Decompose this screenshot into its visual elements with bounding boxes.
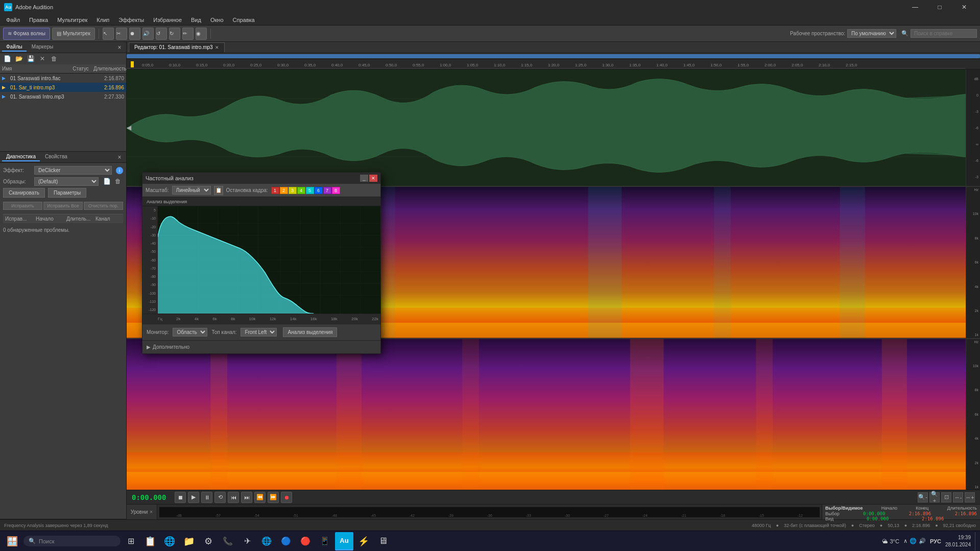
freq-scale-select[interactable]: Линейный <box>172 186 211 195</box>
maximize-button[interactable]: □ <box>928 0 951 14</box>
menu-effects[interactable]: Эффекты <box>114 16 148 24</box>
zoom-fit-btn[interactable]: ⊡ <box>941 492 951 502</box>
top-scrollbar[interactable] <box>127 53 980 59</box>
freeze-7[interactable]: 7 <box>323 187 331 194</box>
pb-stop[interactable]: ⏹ <box>175 492 186 503</box>
freq-icon-1[interactable]: 📋 <box>214 186 223 195</box>
freq-minimize-btn[interactable]: _ <box>360 175 368 182</box>
help-search-input[interactable] <box>911 29 977 38</box>
pb-rewind-start[interactable]: ⏮ <box>228 492 239 503</box>
clear-button[interactable]: Очистить пор. <box>84 202 123 210</box>
files-panel-close[interactable]: × <box>115 43 124 52</box>
tool-btn-4[interactable]: 🔊 <box>142 28 154 40</box>
tab-diagnostics[interactable]: Диагностика <box>2 153 40 161</box>
volume-icon[interactable]: 🔊 <box>919 538 926 544</box>
pb-rewind[interactable]: ⏪ <box>254 492 266 503</box>
freq-dialog-titlebar[interactable]: Частотный анализ _ ✕ <box>142 173 380 184</box>
taskbar-app-3[interactable]: 📁 <box>180 532 198 550</box>
menu-view[interactable]: Вид <box>187 16 205 24</box>
tab-properties[interactable]: Свойства <box>41 153 71 161</box>
analyze-btn[interactable]: Анализ выделения <box>283 327 337 337</box>
pb-loop[interactable]: ⟲ <box>214 492 226 503</box>
menu-help[interactable]: Справка <box>229 16 259 24</box>
pb-forward[interactable]: ⏩ <box>268 492 279 503</box>
file-item-1[interactable]: ▶ 01. Sar_ti intro.mp3 2:16.896 <box>0 83 126 92</box>
zoom-out-btn[interactable]: 🔍- <box>918 492 928 502</box>
tab-markers[interactable]: Маркеры <box>28 43 57 52</box>
freq-close-btn[interactable]: ✕ <box>369 175 377 182</box>
tab-files[interactable]: Файлы <box>2 43 27 52</box>
minimize-button[interactable]: — <box>903 0 927 14</box>
tool-btn-2[interactable]: ✂ <box>116 28 127 40</box>
menu-clip[interactable]: Клип <box>92 16 113 24</box>
editor-tab-close[interactable]: ✕ <box>215 45 219 50</box>
show-desktop-btn[interactable] <box>975 532 978 550</box>
effect-select[interactable]: DeClicker <box>34 166 112 175</box>
tool-btn-8[interactable]: ◉ <box>196 28 207 40</box>
zoom-in-btn[interactable]: 🔍+ <box>929 492 940 502</box>
params-button[interactable]: Параметры <box>48 188 86 198</box>
files-delete-btn[interactable]: 🗑 <box>49 54 59 63</box>
zoom-in-h-btn[interactable]: ↔+ <box>965 492 975 502</box>
tool-btn-3[interactable]: ⏺ <box>129 28 140 40</box>
levels-close[interactable]: × <box>150 509 153 515</box>
pb-play[interactable]: ▶ <box>188 492 199 503</box>
freq-advanced[interactable]: ▶ Дополнительно <box>142 340 380 353</box>
freeze-5[interactable]: 5 <box>306 187 314 194</box>
levels-tab[interactable]: Уровни × <box>127 505 157 519</box>
samples-icon-1[interactable]: 📄 <box>102 177 112 186</box>
samples-select[interactable]: (Default) <box>34 177 99 186</box>
taskbar-app-audition[interactable]: Au <box>335 532 353 550</box>
menu-favorites[interactable]: Избранное <box>149 16 186 24</box>
pb-forward-end[interactable]: ⏭ <box>241 492 252 503</box>
menu-edit[interactable]: Правка <box>25 16 52 24</box>
waveform-left-arrow[interactable]: ◀ <box>127 124 131 131</box>
diag-panel-close[interactable]: × <box>115 153 124 162</box>
menu-file[interactable]: Файл <box>2 16 24 24</box>
network-icon[interactable]: 🌐 <box>910 538 917 544</box>
multitrack-btn[interactable]: ▤ Мультитрек <box>52 28 95 40</box>
taskbar-search[interactable]: 🔍 Поиск <box>23 536 121 546</box>
freeze-4[interactable]: 4 <box>297 187 305 194</box>
taskbar-app-9[interactable]: 📱 <box>316 532 334 550</box>
freeze-6[interactable]: 6 <box>315 187 323 194</box>
files-close-btn[interactable]: ✕ <box>37 54 47 63</box>
freeze-1[interactable]: 1 <box>271 187 279 194</box>
fix-button[interactable]: Исправить <box>3 202 42 210</box>
scan-button[interactable]: Сканировать <box>3 188 45 198</box>
taskbar-app-8[interactable]: 🔴 <box>296 532 315 550</box>
pb-record[interactable]: ⏺ <box>281 492 292 503</box>
tool-btn-7[interactable]: ✏ <box>182 28 194 40</box>
taskbar-app-2[interactable]: 🌐 <box>160 532 179 550</box>
taskbar-app-5[interactable]: 📞 <box>219 532 237 550</box>
effect-info-icon[interactable]: i <box>116 167 123 174</box>
menu-window[interactable]: Окно <box>206 16 228 24</box>
close-button[interactable]: ✕ <box>952 0 976 14</box>
top-scrollbar-thumb[interactable] <box>127 54 980 58</box>
freeze-3[interactable]: 3 <box>289 187 297 194</box>
taskbar-app-7[interactable]: 🌐 <box>257 532 276 550</box>
pb-pause[interactable]: ⏸ <box>201 492 212 503</box>
channel-select[interactable]: Front Left <box>241 328 277 337</box>
editor-tab-main[interactable]: Редактор: 01. Saraswati intro.mp3 ✕ <box>129 42 225 53</box>
file-item-2[interactable]: ▶ 01. Saraswati Intro.mp3 2:27.330 <box>0 92 126 101</box>
tool-btn-5[interactable]: ↺ <box>156 28 167 40</box>
file-item-0[interactable]: ▶ 01 Saraswati intro.flac 2:16.870 <box>0 74 126 83</box>
workspace-select[interactable]: По умолчанию <box>847 29 896 38</box>
files-save-btn[interactable]: 💾 <box>26 54 36 63</box>
monitor-select[interactable]: Область <box>173 328 207 337</box>
samples-icon-2[interactable]: 🗑 <box>113 177 123 186</box>
taskbar-app-11[interactable]: 🖥 <box>374 532 392 550</box>
freq-chart[interactable] <box>158 206 380 314</box>
start-button[interactable]: 🪟 <box>2 532 22 550</box>
zoom-out-h-btn[interactable]: ↔- <box>953 492 963 502</box>
taskbar-app-4[interactable]: ⚙ <box>199 532 218 550</box>
taskbar-app-6[interactable]: ✈ <box>238 532 256 550</box>
chevron-icon[interactable]: ∧ <box>903 538 907 544</box>
taskbar-app-1[interactable]: 📋 <box>141 532 159 550</box>
taskbar-app-edge[interactable]: 🔵 <box>277 532 295 550</box>
fix-all-button[interactable]: Исправить Все <box>43 202 83 210</box>
menu-multitrack[interactable]: Мультитрек <box>53 16 91 24</box>
taskbar-app-10[interactable]: ⚡ <box>354 532 373 550</box>
tool-btn-6[interactable]: ↻ <box>169 28 180 40</box>
